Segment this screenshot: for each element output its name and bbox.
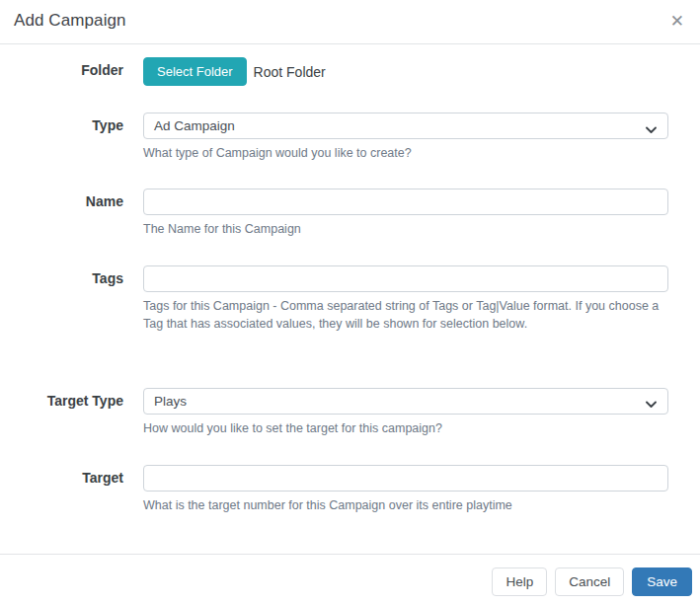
tags-input[interactable] (143, 265, 668, 292)
chevron-down-icon (646, 397, 657, 405)
target-label: Target (0, 465, 143, 514)
name-help-text: The Name for this Campaign (143, 220, 668, 238)
target-type-help-text: How would you like to set the target for… (143, 419, 668, 437)
name-input[interactable] (143, 189, 668, 215)
add-campaign-modal: Add Campaign ✕ Folder Select Folder Root… (0, 0, 700, 605)
cancel-button[interactable]: Cancel (555, 567, 624, 596)
target-help-text: What is the target number for this Campa… (143, 496, 668, 514)
modal-body: Folder Select Folder Root Folder Type Ad… (0, 44, 700, 554)
target-type-label: Target Type (0, 388, 143, 437)
close-icon[interactable]: ✕ (666, 11, 688, 32)
type-select[interactable]: Ad Campaign (143, 113, 668, 139)
modal-header: Add Campaign ✕ (0, 0, 700, 44)
folder-current-value: Root Folder (254, 64, 326, 80)
chevron-down-icon (646, 122, 657, 130)
form-row-folder: Folder Select Folder Root Folder (0, 57, 700, 86)
modal-title: Add Campaign (14, 11, 126, 31)
type-help-text: What type of Campaign would you like to … (143, 144, 668, 162)
type-select-value: Ad Campaign (154, 118, 235, 133)
form-row-target: Target What is the target number for thi… (0, 465, 700, 514)
type-label: Type (0, 113, 143, 162)
help-button[interactable]: Help (492, 567, 547, 596)
form-row-target-type: Target Type Plays How would you like to … (0, 388, 700, 437)
folder-label: Folder (0, 57, 143, 86)
select-folder-button[interactable]: Select Folder (143, 57, 247, 86)
target-input[interactable] (143, 465, 668, 492)
tags-help-text: Tags for this Campaign - Comma separated… (143, 297, 668, 333)
target-type-select-value: Plays (154, 394, 187, 409)
tags-label: Tags (0, 265, 143, 333)
target-type-select[interactable]: Plays (143, 388, 668, 415)
form-row-name: Name The Name for this Campaign (0, 189, 700, 238)
save-button[interactable]: Save (632, 567, 692, 596)
name-label: Name (0, 189, 143, 238)
modal-footer: Help Cancel Save (0, 554, 700, 605)
form-row-type: Type Ad Campaign What type of Campaign w… (0, 113, 700, 162)
form-row-tags: Tags Tags for this Campaign - Comma sepa… (0, 265, 700, 333)
